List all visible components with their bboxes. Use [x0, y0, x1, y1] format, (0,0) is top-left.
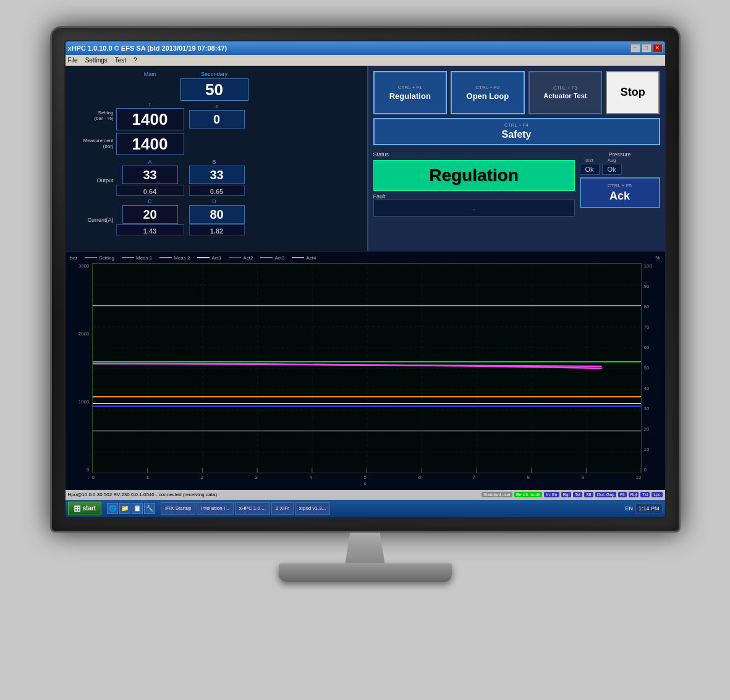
pressure-row: Inst Ok Avg Ok: [580, 158, 660, 175]
start-button[interactable]: ⊞ start: [68, 502, 102, 515]
measurement-row: Measurement(bar) 1400: [70, 133, 362, 155]
legend-act4: Act4: [292, 255, 316, 261]
ack-button[interactable]: CTRL + F5 Ack: [580, 177, 660, 208]
stop-button[interactable]: Stop: [606, 71, 660, 114]
taskbar: ⊞ start 🌐 📁 📋 🔧 iFIX Startup Intellution…: [66, 500, 665, 517]
secondary-header: Secondary: [187, 71, 242, 77]
monitor-wrapper: xHPC 1.0.10.0 © EFS SA (bld 2013/01/19 0…: [41, 26, 690, 675]
taskbar-app-xipod[interactable]: xIpod v1.3...: [295, 502, 331, 515]
window-controls: ─ □ ✕: [630, 44, 663, 53]
top-button-row: CTRL + F1 Regulation CTRL + F2 Open Loop…: [373, 71, 660, 114]
current-b-value: 0.65: [189, 185, 245, 196]
safety-button[interactable]: CTRL + F4 Safety: [373, 118, 660, 145]
measurement-label: Measurement(bar): [70, 138, 114, 150]
badge-rgl-out: Rgl: [629, 492, 639, 497]
chart-area: bar Setting Meas 1 Meas 2: [66, 251, 665, 490]
right-panel: CTRL + F1 Regulation CTRL + F2 Open Loop…: [368, 66, 665, 251]
current-d-value: 1.82: [189, 224, 245, 235]
legend-act2: Act2: [229, 255, 253, 261]
open-loop-button[interactable]: CTRL + F2 Open Loop: [451, 71, 525, 114]
secondary-sub: 2: [215, 104, 218, 109]
badge-sft: Sft: [584, 492, 593, 497]
maximize-button[interactable]: □: [642, 44, 651, 53]
main-content: Main Secondary 50: [66, 66, 665, 517]
output-label: Output: [70, 177, 114, 184]
current-label: Current(A): [70, 217, 114, 224]
output-cd-row: Current(A) 20 1.43 80 1.82: [70, 205, 362, 235]
fault-value: -: [473, 205, 475, 212]
status-main: Status Regulation Fault -: [373, 151, 575, 217]
menu-help[interactable]: ?: [134, 57, 137, 64]
taskbar-app-ifix[interactable]: iFIX Startup: [161, 502, 195, 515]
monitor-base: [279, 563, 452, 582]
title-bar: xHPC 1.0.10.0 © EFS SA (bld 2013/01/19 0…: [66, 41, 665, 55]
actuator-test-button[interactable]: CTRL + F3 Actuator Test: [528, 71, 603, 114]
pressure-avg-label: Avg: [608, 158, 616, 163]
regulation-button[interactable]: CTRL + F1 Regulation: [373, 71, 448, 114]
chart-plot: [92, 263, 642, 473]
y-axis-right: 100 90 80 70 60 50 40 30 20 10 0: [642, 263, 660, 473]
badge-bench-mode: Bench mode: [514, 492, 542, 497]
legend-meas2: Meas 2: [159, 255, 190, 261]
secondary-setting-value: 0: [189, 110, 245, 129]
safety-row: CTRL + F4 Safety: [373, 118, 660, 145]
fault-display: -: [373, 200, 575, 217]
left-panel: Main Secondary 50: [66, 66, 368, 251]
badge-rgl-in: Rgl: [561, 492, 572, 497]
taskbar-right: EN 1:14 PM: [625, 504, 662, 513]
menu-settings[interactable]: Settings: [85, 57, 108, 64]
top-section: Main Secondary 50: [66, 66, 665, 251]
menu-test[interactable]: Test: [115, 57, 126, 64]
output-c-value: 20: [122, 205, 178, 224]
close-button[interactable]: ✕: [653, 44, 663, 53]
chart-container: 3000 2000 1000 0: [70, 263, 660, 473]
output-section: A B Output 33 0.64: [70, 159, 362, 235]
taskbar-icon-4[interactable]: 🔧: [144, 503, 155, 514]
status-header: Status: [373, 151, 389, 158]
badge-flt: Flt: [618, 492, 627, 497]
badge-in: In: En: [544, 492, 559, 497]
taskbar-app-xifr[interactable]: 2 XIFr: [271, 502, 294, 515]
status-display: Regulation: [373, 160, 575, 191]
output-a-header: A: [116, 159, 184, 165]
menu-bar: File Settings Test ?: [66, 55, 665, 66]
setting-main-value: 1400: [116, 108, 184, 130]
legend-meas1: Meas 1: [122, 255, 152, 261]
taskbar-icon-2[interactable]: 📁: [119, 503, 130, 514]
chart-legend: bar Setting Meas 1 Meas 2: [70, 255, 660, 261]
taskbar-icon-1[interactable]: 🌐: [107, 503, 118, 514]
setting-row: Setting(bar - %) 1 1400 2 0: [70, 102, 362, 130]
main-header: Main: [116, 71, 184, 77]
legend-act3: Act3: [260, 255, 284, 261]
pressure-avg-value: Ok: [602, 164, 622, 175]
output-b-header: B: [187, 159, 242, 165]
x-axis-title: s: [70, 481, 660, 486]
window-title: xHPC 1.0.10.0 © EFS SA (bld 2013/01/19 0…: [68, 44, 227, 52]
current-c-value: 1.43: [116, 224, 184, 235]
minimize-button[interactable]: ─: [630, 44, 640, 53]
badge-lpc: Lpc: [651, 492, 662, 497]
badge-out: Out: Gap: [595, 492, 616, 497]
badge-tst-out: Tst: [640, 492, 650, 497]
status-bar-right: Standard user Bench mode In: En Rgl Tst …: [482, 492, 663, 497]
taskbar-icon-3[interactable]: 📋: [132, 503, 143, 514]
status-bar: Hpo@10.0.0.30:502 RV:230.0.0.1.0540 - co…: [66, 490, 665, 500]
output-b-value: 33: [189, 166, 245, 184]
screen: xHPC 1.0.10.0 © EFS SA (bld 2013/01/19 0…: [66, 41, 665, 517]
taskbar-app-intellution[interactable]: Intellution I...: [197, 502, 233, 515]
menu-file[interactable]: File: [68, 57, 78, 64]
taskbar-app-xhpc[interactable]: xHPC 1.0....: [235, 502, 270, 515]
y-title-left: bar: [70, 255, 78, 261]
badge-standard-user: Standard user: [482, 492, 512, 497]
setting-main-sub: 1: [148, 102, 151, 108]
taskbar-apps: iFIX Startup Intellution I... xHPC 1.0..…: [161, 502, 623, 515]
pressure-inst-value: Ok: [580, 164, 600, 175]
output-c-header: C: [116, 198, 184, 205]
y-axis-left: 3000 2000 1000 0: [70, 263, 92, 473]
status-value: Regulation: [429, 166, 519, 185]
setting-label: Setting(bar - %): [70, 111, 114, 122]
taskbar-locale: EN: [625, 505, 633, 512]
measurement-main-value: 1400: [116, 133, 184, 155]
x-axis: 0 1 2 3 4 5 6 7 8 9 10: [70, 474, 660, 480]
status-section: Status Regulation Fault -: [373, 151, 660, 217]
